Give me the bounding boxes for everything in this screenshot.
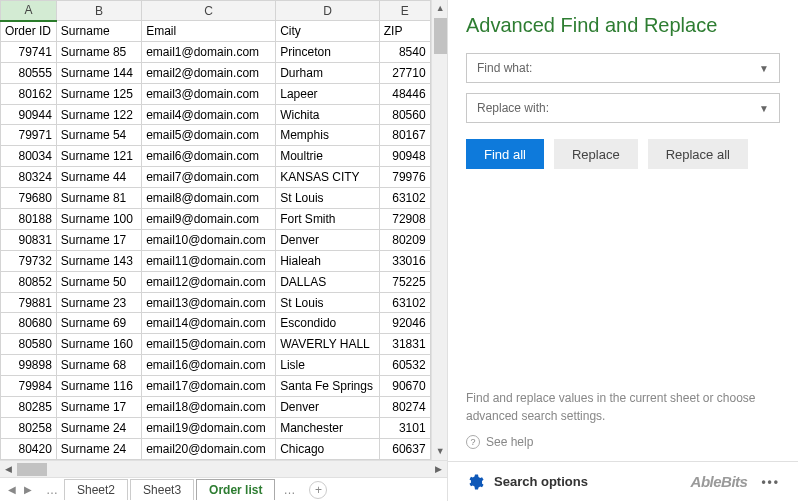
cell-orderid[interactable]: 79881 bbox=[1, 292, 57, 313]
tab-sheet3[interactable]: Sheet3 bbox=[130, 479, 194, 500]
cell-city[interactable]: Lisle bbox=[276, 355, 380, 376]
cell-zip[interactable]: 92046 bbox=[379, 313, 430, 334]
cell-zip[interactable]: 63102 bbox=[379, 188, 430, 209]
table-row[interactable]: 80580Surname 160email15@domain.comWAVERL… bbox=[1, 334, 431, 355]
table-row[interactable]: 79741Surname 85email1@domain.comPrinceto… bbox=[1, 41, 431, 62]
table-row[interactable]: 79984Surname 116email17@domain.comSanta … bbox=[1, 376, 431, 397]
cell-zip[interactable]: 3101 bbox=[379, 417, 430, 438]
cell-email[interactable]: email19@domain.com bbox=[142, 417, 276, 438]
horizontal-scrollbar[interactable]: ◀ ▶ bbox=[0, 460, 447, 477]
cell-surname[interactable]: Surname 100 bbox=[56, 209, 141, 230]
scroll-right-arrow[interactable]: ▶ bbox=[430, 461, 447, 478]
vertical-scrollbar[interactable]: ▲ ▼ bbox=[431, 0, 447, 460]
col-header-c[interactable]: C bbox=[142, 1, 276, 21]
cell-email[interactable]: email13@domain.com bbox=[142, 292, 276, 313]
replace-button[interactable]: Replace bbox=[554, 139, 638, 169]
cell-email[interactable]: email1@domain.com bbox=[142, 41, 276, 62]
table-row[interactable]: 79680Surname 81email8@domain.comSt Louis… bbox=[1, 188, 431, 209]
table-row[interactable]: 80162Surname 125email3@domain.comLapeer4… bbox=[1, 83, 431, 104]
cell-zip[interactable]: 72908 bbox=[379, 209, 430, 230]
cell-city[interactable]: Santa Fe Springs bbox=[276, 376, 380, 397]
cell-zip[interactable]: 90948 bbox=[379, 146, 430, 167]
cell-city[interactable]: St Louis bbox=[276, 292, 380, 313]
cell-city[interactable]: KANSAS CITY bbox=[276, 167, 380, 188]
cell-orderid[interactable]: 80555 bbox=[1, 62, 57, 83]
cell-email[interactable]: email5@domain.com bbox=[142, 125, 276, 146]
cell-surname[interactable]: Surname 54 bbox=[56, 125, 141, 146]
cell-email[interactable]: email10@domain.com bbox=[142, 229, 276, 250]
cell-email[interactable]: email4@domain.com bbox=[142, 104, 276, 125]
cell-surname[interactable]: Surname 23 bbox=[56, 292, 141, 313]
cell-city[interactable]: WAVERLY HALL bbox=[276, 334, 380, 355]
table-row[interactable]: 90944Surname 122email4@domain.comWichita… bbox=[1, 104, 431, 125]
cell-orderid[interactable]: 80034 bbox=[1, 146, 57, 167]
cell-city[interactable]: Durham bbox=[276, 62, 380, 83]
cell-orderid[interactable]: 90944 bbox=[1, 104, 57, 125]
table-row[interactable]: 80034Surname 121email6@domain.comMoultri… bbox=[1, 146, 431, 167]
scroll-left-arrow[interactable]: ◀ bbox=[0, 461, 17, 478]
cell-email[interactable]: email18@domain.com bbox=[142, 397, 276, 418]
cell-orderid[interactable]: 80162 bbox=[1, 83, 57, 104]
tab-overflow-right[interactable]: … bbox=[283, 483, 295, 497]
cell-surname[interactable]: Surname 17 bbox=[56, 397, 141, 418]
find-what-field[interactable]: Find what: ▼ bbox=[466, 53, 780, 83]
cell-zip[interactable]: 27710 bbox=[379, 62, 430, 83]
cell-orderid[interactable]: 80188 bbox=[1, 209, 57, 230]
cell-email[interactable]: email17@domain.com bbox=[142, 376, 276, 397]
cell-orderid[interactable]: 80680 bbox=[1, 313, 57, 334]
cell-surname[interactable]: Surname 69 bbox=[56, 313, 141, 334]
col-header-b[interactable]: B bbox=[56, 1, 141, 21]
cell-city[interactable]: Wichita bbox=[276, 104, 380, 125]
cell-zip[interactable]: 75225 bbox=[379, 271, 430, 292]
more-menu-button[interactable]: ••• bbox=[761, 475, 780, 489]
cell-city[interactable]: Denver bbox=[276, 397, 380, 418]
cell-surname[interactable]: Surname 24 bbox=[56, 417, 141, 438]
cell-surname[interactable]: Surname 24 bbox=[56, 438, 141, 459]
table-row[interactable]: 80680Surname 69email14@domain.comEscondi… bbox=[1, 313, 431, 334]
scroll-thumb[interactable] bbox=[434, 18, 447, 54]
cell-city[interactable]: Fort Smith bbox=[276, 209, 380, 230]
cell-orderid[interactable]: 80285 bbox=[1, 397, 57, 418]
cell-email[interactable]: email12@domain.com bbox=[142, 271, 276, 292]
replace-all-button[interactable]: Replace all bbox=[648, 139, 748, 169]
cell-surname[interactable]: Surname 122 bbox=[56, 104, 141, 125]
table-row[interactable]: 80420Surname 24email20@domain.comChicago… bbox=[1, 438, 431, 459]
search-options-button[interactable]: Search options bbox=[494, 474, 588, 489]
find-all-button[interactable]: Find all bbox=[466, 139, 544, 169]
tab-nav-last[interactable]: ▶ bbox=[22, 484, 34, 495]
cell-surname[interactable]: Surname 81 bbox=[56, 188, 141, 209]
cell-zip[interactable]: 63102 bbox=[379, 292, 430, 313]
header-email[interactable]: Email bbox=[142, 21, 276, 42]
header-surname[interactable]: Surname bbox=[56, 21, 141, 42]
cell-zip[interactable]: 90670 bbox=[379, 376, 430, 397]
cell-city[interactable]: Denver bbox=[276, 229, 380, 250]
cell-zip[interactable]: 80167 bbox=[379, 125, 430, 146]
cell-surname[interactable]: Surname 116 bbox=[56, 376, 141, 397]
cell-email[interactable]: email15@domain.com bbox=[142, 334, 276, 355]
cell-surname[interactable]: Surname 121 bbox=[56, 146, 141, 167]
tab-order-list[interactable]: Order list bbox=[196, 479, 275, 500]
cell-city[interactable]: DALLAS bbox=[276, 271, 380, 292]
tab-overflow-left[interactable]: … bbox=[46, 483, 58, 497]
cell-orderid[interactable]: 90831 bbox=[1, 229, 57, 250]
cell-orderid[interactable]: 79971 bbox=[1, 125, 57, 146]
cell-city[interactable]: Princeton bbox=[276, 41, 380, 62]
data-grid[interactable]: A B C D E Order IDSurnameEmailCityZIP797… bbox=[0, 0, 431, 460]
col-header-e[interactable]: E bbox=[379, 1, 430, 21]
cell-surname[interactable]: Surname 50 bbox=[56, 271, 141, 292]
cell-zip[interactable]: 60637 bbox=[379, 438, 430, 459]
cell-city[interactable]: Lapeer bbox=[276, 83, 380, 104]
table-row[interactable]: 80285Surname 17email18@domain.comDenver8… bbox=[1, 397, 431, 418]
cell-email[interactable]: email9@domain.com bbox=[142, 209, 276, 230]
cell-surname[interactable]: Surname 17 bbox=[56, 229, 141, 250]
cell-email[interactable]: email7@domain.com bbox=[142, 167, 276, 188]
cell-orderid[interactable]: 79984 bbox=[1, 376, 57, 397]
tab-sheet2[interactable]: Sheet2 bbox=[64, 479, 128, 500]
table-row[interactable]: 79971Surname 54email5@domain.comMemphis8… bbox=[1, 125, 431, 146]
cell-zip[interactable]: 33016 bbox=[379, 250, 430, 271]
replace-with-field[interactable]: Replace with: ▼ bbox=[466, 93, 780, 123]
see-help-link[interactable]: ? See help bbox=[466, 435, 780, 449]
cell-orderid[interactable]: 80852 bbox=[1, 271, 57, 292]
cell-city[interactable]: St Louis bbox=[276, 188, 380, 209]
cell-surname[interactable]: Surname 85 bbox=[56, 41, 141, 62]
